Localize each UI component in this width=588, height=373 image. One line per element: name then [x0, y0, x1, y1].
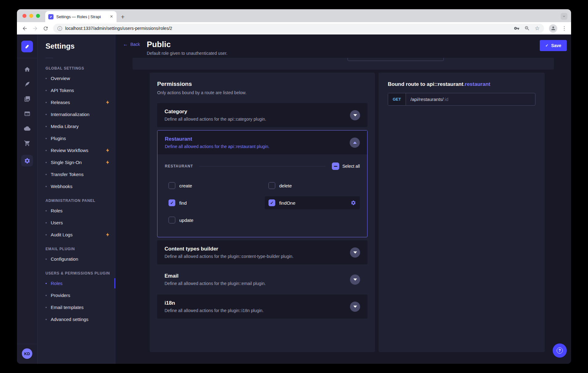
delete-checkbox[interactable] — [268, 182, 275, 189]
tab-title: Settings — Roles | Strapi — [56, 14, 107, 19]
subnav-item-admin-users[interactable]: Users — [38, 217, 115, 229]
chevron-down-icon[interactable] — [350, 275, 360, 285]
description-textarea-partial[interactable] — [348, 58, 444, 61]
tab-strip: Settings — Roles | Strapi × + — [17, 9, 571, 22]
back-link[interactable]: ← Back — [123, 42, 140, 47]
question-mark-icon: ? — [557, 347, 563, 354]
settings-gear-icon[interactable] — [21, 155, 33, 166]
route-settings-gear-icon[interactable] — [351, 200, 356, 206]
restaurant-permissions-body: RESTAURANT Select all — [157, 154, 367, 237]
bookmark-star-icon[interactable]: ☆ — [535, 26, 540, 31]
content-manager-icon[interactable] — [24, 81, 30, 87]
accordion-category-header[interactable]: Category Define all allowed actions for … — [157, 103, 368, 127]
group-divider — [199, 166, 326, 166]
permission-create[interactable]: create — [165, 179, 260, 192]
zoom-window-button[interactable] — [36, 14, 40, 18]
chevron-down-icon[interactable] — [350, 302, 360, 312]
chevron-up-icon[interactable] — [350, 138, 360, 148]
create-checkbox[interactable] — [169, 182, 175, 189]
check-icon: ✓ — [545, 43, 548, 48]
scroll-area[interactable]: Permissions Only actions bound by a rout… — [115, 58, 571, 364]
accordion-i18n-header[interactable]: i18n Define all allowed actions for the … — [157, 295, 368, 319]
route-input[interactable]: GET /api/restaurants/:id — [388, 93, 535, 106]
media-library-icon[interactable] — [24, 96, 30, 102]
new-tab-button[interactable]: + — [121, 14, 125, 20]
accordion-restaurant-header[interactable]: Restaurant Define all allowed actions fo… — [157, 130, 367, 154]
subnav-item-providers[interactable]: Providers — [38, 289, 115, 301]
marketplace-cart-icon[interactable] — [24, 140, 30, 146]
address-bar[interactable]: i localhost:1337/admin/settings/users-pe… — [53, 24, 544, 33]
section-header-administration-panel: ADMINISTRATION PANEL — [38, 192, 115, 205]
subnav-item-single-sign-on[interactable]: Single Sign-On — [38, 156, 115, 168]
subnav-item-email-configuration[interactable]: Configuration — [38, 253, 115, 265]
zoom-icon[interactable] — [524, 26, 530, 31]
permission-find[interactable]: ✓ find — [165, 196, 260, 209]
subnav-item-review-workflows[interactable]: Review Workflows — [38, 144, 115, 156]
page-subtitle: Default role given to unauthenticated us… — [147, 51, 227, 56]
role-form-panel-bottom — [133, 58, 554, 70]
subnav-item-internationalization[interactable]: Internationalization — [38, 108, 115, 120]
forward-button[interactable] — [31, 24, 39, 32]
browser-toolbar: i localhost:1337/admin/settings/users-pe… — [17, 22, 571, 34]
back-button[interactable] — [21, 24, 29, 32]
tab-close-icon[interactable]: × — [109, 14, 113, 19]
chevron-down-icon[interactable] — [350, 247, 360, 258]
user-avatar[interactable]: KD — [22, 348, 32, 359]
strapi-logo[interactable] — [21, 41, 33, 52]
accordion-content-types-builder: Content types builder Define all allowed… — [157, 240, 368, 264]
permission-delete[interactable]: delete — [265, 179, 360, 192]
permission-findone[interactable]: ✓ findOne — [265, 196, 360, 209]
premium-lightning-icon — [105, 100, 110, 105]
subnav-divider — [46, 58, 53, 58]
section-header-email-plugin: EMAIL PLUGIN — [38, 241, 115, 253]
reload-button[interactable] — [42, 24, 50, 32]
subnav-item-webhooks[interactable]: Webhooks — [38, 180, 115, 192]
home-icon[interactable] — [24, 66, 30, 73]
save-button[interactable]: ✓ Save — [540, 40, 567, 51]
update-checkbox[interactable] — [169, 217, 175, 223]
accordion-ctb-header[interactable]: Content types builder Define all allowed… — [157, 240, 368, 264]
accordion-restaurant: Restaurant Define all allowed actions fo… — [157, 130, 368, 237]
strapi-favicon-icon — [48, 14, 54, 19]
subnav-item-email-templates[interactable]: Email templates — [38, 301, 115, 313]
browser-menu-icon[interactable]: ⋮ — [562, 25, 567, 32]
page-title: Public — [147, 40, 227, 49]
accordion-email-header[interactable]: Email Define all allowed actions for the… — [157, 267, 368, 291]
close-window-button[interactable] — [22, 14, 26, 18]
permissions-title: Permissions — [157, 81, 368, 87]
subnav-item-audit-logs[interactable]: Audit Logs — [38, 229, 115, 241]
accordion-email: Email Define all allowed actions for the… — [157, 267, 368, 291]
deploy-cloud-icon[interactable] — [24, 125, 30, 132]
content-type-builder-icon[interactable] — [24, 110, 30, 117]
chevron-down-icon[interactable] — [350, 110, 360, 120]
subnav-item-api-tokens[interactable]: API Tokens — [38, 84, 115, 96]
back-arrow-icon: ← — [123, 42, 128, 47]
site-info-icon[interactable]: i — [58, 26, 62, 31]
help-button[interactable]: ? — [553, 343, 567, 358]
subnav-item-plugins[interactable]: Plugins — [38, 132, 115, 144]
accordion-i18n: i18n Define all allowed actions for the … — [157, 295, 368, 319]
subnav-item-overview[interactable]: Overview — [38, 72, 115, 84]
subnav-item-media-library[interactable]: Media Library — [38, 120, 115, 132]
premium-lightning-icon — [105, 232, 110, 237]
traffic-lights — [22, 14, 40, 18]
select-all-control[interactable]: Select all — [332, 162, 360, 170]
subnav-item-up-roles[interactable]: Roles — [38, 277, 115, 289]
subnav-item-admin-roles[interactable]: Roles — [38, 205, 115, 217]
findone-checkbox[interactable]: ✓ — [268, 199, 275, 206]
subnav-item-transfer-tokens[interactable]: Transfer Tokens — [38, 168, 115, 180]
subnav-item-advanced-settings[interactable]: Advanced settings — [38, 313, 115, 325]
permission-update[interactable]: update — [165, 214, 260, 227]
tab-search-chevron-icon[interactable] — [561, 13, 567, 20]
active-item-indicator — [114, 278, 115, 288]
find-checkbox[interactable]: ✓ — [169, 199, 175, 206]
browser-profile-avatar[interactable] — [549, 24, 557, 33]
subnav-item-releases[interactable]: Releases — [38, 96, 115, 108]
select-all-checkbox[interactable] — [332, 162, 339, 170]
browser-tab[interactable]: Settings — Roles | Strapi × — [45, 11, 117, 22]
permissions-panel: Permissions Only actions bound by a rout… — [150, 73, 375, 352]
main-nav-rail: KD — [17, 34, 38, 364]
settings-subnav: Settings GLOBAL SETTINGS Overview API To… — [38, 34, 115, 364]
minimize-window-button[interactable] — [29, 14, 33, 18]
password-key-icon[interactable] — [514, 26, 519, 31]
